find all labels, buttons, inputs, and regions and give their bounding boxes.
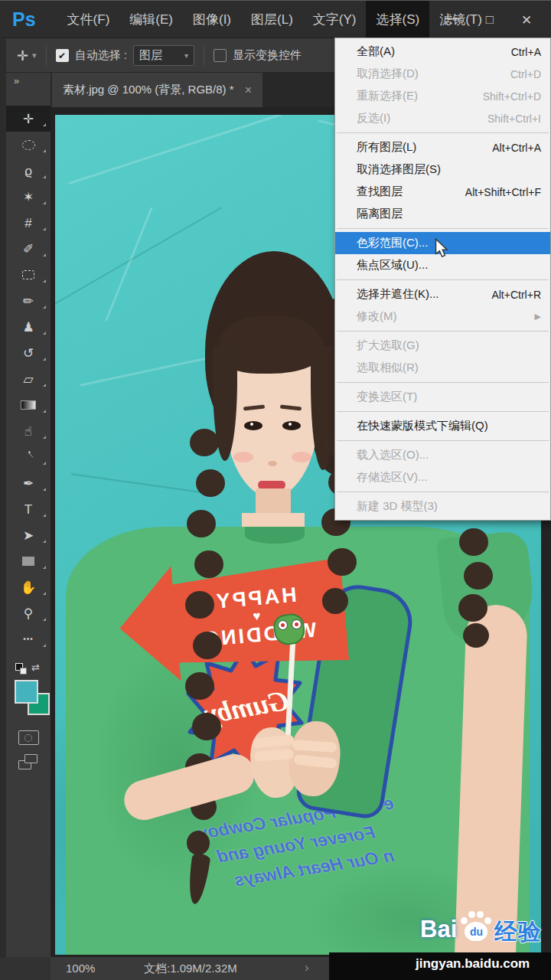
type-tool[interactable]: T: [6, 496, 51, 522]
crop-tool[interactable]: #: [6, 210, 51, 236]
path-select-tool[interactable]: ➤: [6, 522, 51, 548]
girl-blush: [292, 452, 311, 462]
color-swatches: [6, 678, 51, 723]
tools-panel: » ✛ ϱ ✶ # ✐ ✏ ♟ ↺ ▱ ☝ ♩ ✒ T ➤ ✋ ⚲ •••: [6, 73, 51, 957]
clone-stamp-tool[interactable]: ♟: [6, 314, 51, 340]
shape-icon: [22, 557, 34, 566]
quick-mask-button[interactable]: [18, 730, 39, 745]
menu-item-find-layers[interactable]: 查找图层Alt+Shift+Ctrl+F: [335, 181, 550, 203]
girl-braid: [187, 831, 210, 855]
ellipsis-icon: •••: [23, 635, 34, 643]
dodge-icon: ♩: [19, 448, 37, 466]
zoom-icon: ⚲: [24, 607, 33, 620]
menu-item-similar: 选取相似(R): [335, 357, 550, 379]
shirt-neckline: [245, 527, 305, 544]
status-chevron-icon[interactable]: ›: [305, 960, 309, 975]
gumby-pupil: [281, 623, 285, 627]
menu-item-deselect-layers[interactable]: 取消选择图层(S): [335, 158, 550, 181]
girl-braid: [196, 469, 225, 497]
menu-item-quick-mask-mode[interactable]: 在快速蒙版模式下编辑(Q): [335, 415, 550, 437]
menu-shortcut: Shift+Ctrl+I: [487, 113, 541, 125]
girl-braid: [463, 623, 489, 648]
menu-item-isolate-layers[interactable]: 隔离图层: [335, 203, 550, 225]
collapse-panel-button[interactable]: »: [6, 73, 51, 90]
auto-select-target-dropdown[interactable]: 图层 ▾: [133, 45, 194, 66]
menu-image[interactable]: 图像(I): [183, 1, 241, 38]
foreground-color-swatch[interactable]: [15, 680, 38, 704]
show-transform-label: 显示变换控件: [233, 48, 302, 63]
shape-tool[interactable]: [6, 548, 51, 574]
girl-braid: [193, 632, 222, 659]
menu-shortcut: Shift+Ctrl+D: [483, 90, 541, 103]
menu-item-select-and-mask[interactable]: 选择并遮住(K)...Alt+Ctrl+R: [335, 283, 550, 305]
document-tab-title: 素材.jpg @ 100% (背景, RGB/8) *: [63, 83, 234, 97]
girl-braid: [458, 594, 487, 622]
gumby-pupil: [295, 622, 298, 626]
move-tool-icon[interactable]: ✛: [17, 47, 28, 64]
paw-toe: [461, 917, 468, 924]
paw-toe: [484, 917, 491, 924]
menu-item-label: 存储选区(V)...: [357, 470, 541, 485]
auto-select-checkbox[interactable]: ✔: [56, 49, 69, 62]
menu-separator: [337, 440, 549, 441]
menu-layer[interactable]: 图层(L): [241, 1, 303, 38]
menu-item-load-selection: 载入选区(O)...: [335, 444, 550, 466]
menu-item-all-layers[interactable]: 所有图层(L)Alt+Ctrl+A: [335, 136, 550, 158]
menu-separator: [337, 331, 549, 332]
pen-tool[interactable]: ✒: [6, 470, 51, 496]
move-icon: ✛: [23, 113, 34, 126]
marquee-tool[interactable]: [6, 132, 51, 158]
menu-item-label: 重新选择(E): [357, 89, 475, 103]
smudge-tool[interactable]: ☝: [6, 418, 51, 444]
more-tools-button[interactable]: •••: [6, 626, 51, 652]
eye-glint: [250, 423, 253, 426]
tab-close-icon[interactable]: ×: [245, 83, 252, 97]
brush-tool[interactable]: ✏: [6, 288, 51, 314]
paper-texture: [68, 115, 287, 185]
close-button[interactable]: ✕: [508, 12, 545, 28]
minimize-button[interactable]: —: [435, 9, 471, 27]
eraser-tool[interactable]: ▱: [6, 366, 51, 392]
menu-item-label: 所有图层(L): [357, 140, 484, 155]
menu-item-label: 全部(A): [357, 44, 504, 59]
show-transform-checkbox[interactable]: [214, 49, 227, 62]
menu-separator: [337, 279, 549, 280]
maximize-button[interactable]: □: [471, 12, 508, 28]
history-brush-tool[interactable]: ↺: [6, 340, 51, 366]
dodge-tool[interactable]: ♩: [6, 444, 51, 470]
menu-item-select-all[interactable]: 全部(A)Ctrl+A: [335, 41, 550, 63]
swap-colors-icon[interactable]: ⇄: [31, 662, 40, 673]
menu-item-label: 载入选区(O)...: [357, 448, 541, 462]
window-controls: — □ ✕: [435, 1, 545, 39]
girl-braid: [190, 429, 219, 456]
zoom-level-field[interactable]: 100%: [66, 962, 95, 975]
patch-tool[interactable]: [6, 262, 51, 288]
menu-file[interactable]: 文件(F): [57, 1, 120, 38]
girl-eye: [282, 421, 301, 430]
default-colors-icon-back: [20, 668, 27, 675]
menu-type[interactable]: 文字(Y): [303, 1, 367, 38]
document-tab[interactable]: 素材.jpg @ 100% (背景, RGB/8) * ×: [52, 73, 262, 107]
menu-edit[interactable]: 编辑(E): [119, 1, 183, 38]
zoom-tool[interactable]: ⚲: [6, 600, 51, 626]
menu-item-label: 隔离图层: [357, 207, 541, 221]
menu-select[interactable]: 选择(S): [366, 1, 429, 38]
lasso-tool[interactable]: ϱ: [6, 158, 51, 184]
menu-item-label: 取消选择图层(S): [357, 162, 541, 177]
move-tool[interactable]: ✛: [6, 106, 51, 132]
magic-wand-tool[interactable]: ✶: [6, 184, 51, 210]
girl-braid: [192, 713, 221, 740]
girl-braid: [185, 591, 214, 619]
gradient-icon: [21, 400, 36, 410]
menu-separator: [337, 228, 549, 229]
hand-tool[interactable]: ✋: [6, 574, 51, 600]
gradient-tool[interactable]: [6, 392, 51, 418]
lasso-icon: ϱ: [24, 165, 32, 178]
eyedropper-tool[interactable]: ✐: [6, 236, 51, 262]
screen-mode-button[interactable]: [18, 754, 39, 771]
photoshop-window: Ps 文件(F) 编辑(E) 图像(I) 图层(L) 文字(Y) 选择(S) 滤…: [0, 0, 551, 980]
girl-arm: [455, 604, 528, 955]
tool-preset-chevron-icon[interactable]: ▾: [32, 51, 37, 60]
girl-braid: [187, 510, 216, 537]
divider: [46, 45, 47, 67]
